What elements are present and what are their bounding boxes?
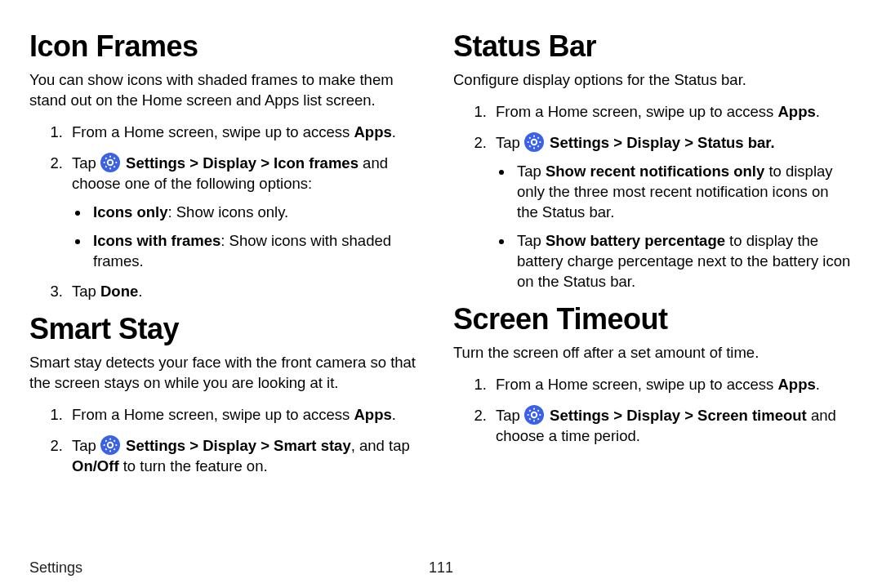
step: Tap Settings > Display > Icon frames and…	[67, 153, 429, 272]
step: Tap Settings > Display > Smart stay, and…	[67, 435, 429, 477]
gear-icon	[100, 435, 120, 455]
heading-smart-stay: Smart Stay	[29, 312, 429, 346]
step: From a Home screen, swipe up to access A…	[67, 405, 429, 425]
gear-icon	[524, 132, 544, 152]
step: From a Home screen, swipe up to access A…	[491, 375, 853, 395]
intro-smart-stay: Smart stay detects your face with the fr…	[29, 353, 429, 394]
page-columns: Icon Frames You can show icons with shad…	[29, 26, 853, 487]
steps-screen-timeout: From a Home screen, swipe up to access A…	[453, 375, 853, 447]
step: Tap Done.	[67, 282, 429, 302]
option: Icons with frames: Show icons with shade…	[90, 231, 429, 272]
gear-icon	[100, 153, 120, 172]
footer-section: Settings	[29, 559, 82, 576]
intro-status-bar: Configure display options for the Status…	[453, 70, 853, 91]
step: Tap Settings > Display > Status bar. Tap…	[491, 132, 853, 292]
page-number: 111	[429, 559, 453, 577]
step: From a Home screen, swipe up to access A…	[491, 102, 853, 122]
step: Tap Settings > Display > Screen timeout …	[491, 405, 853, 447]
options: Tap Show recent notifications only to di…	[496, 162, 853, 292]
option: Icons only: Show icons only.	[90, 203, 429, 223]
heading-icon-frames: Icon Frames	[29, 29, 429, 64]
steps-status-bar: From a Home screen, swipe up to access A…	[453, 102, 853, 292]
intro-icon-frames: You can show icons with shaded frames to…	[29, 70, 429, 111]
heading-screen-timeout: Screen Timeout	[453, 302, 853, 336]
option: Tap Show battery percentage to display t…	[514, 231, 853, 292]
right-column: Status Bar Configure display options for…	[453, 26, 853, 487]
left-column: Icon Frames You can show icons with shad…	[29, 26, 429, 487]
options: Icons only: Show icons only. Icons with …	[72, 203, 429, 272]
footer: Settings 111	[29, 559, 853, 577]
steps-icon-frames: From a Home screen, swipe up to access A…	[29, 122, 429, 302]
option: Tap Show recent notifications only to di…	[514, 162, 853, 223]
gear-icon	[524, 405, 544, 425]
intro-screen-timeout: Turn the screen off after a set amount o…	[453, 343, 853, 363]
steps-smart-stay: From a Home screen, swipe up to access A…	[29, 405, 429, 477]
step: From a Home screen, swipe up to access A…	[67, 122, 429, 143]
heading-status-bar: Status Bar	[453, 29, 853, 64]
